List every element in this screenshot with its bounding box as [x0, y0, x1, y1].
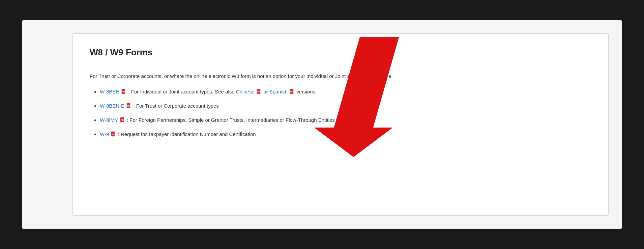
- w8ben-desc: : For Individual or Joint account types.…: [128, 89, 236, 94]
- list-item: W-8BEN-E PDF : For Trust or Corporate ac…: [100, 102, 591, 110]
- svg-text:PDF: PDF: [121, 119, 124, 121]
- w8imy-link[interactable]: W-8IMY: [100, 117, 118, 123]
- pdf-icon-w8ben-e: PDF: [126, 103, 132, 108]
- pdf-icon-w9: PDF: [111, 131, 116, 136]
- content-card: W8 / W9 Forms For Trust or Corporate acc…: [72, 33, 609, 216]
- pdf-icon-spanish: PDF: [290, 88, 295, 94]
- w8imy-desc: : For Foreign Partnerships, Simple or Gr…: [127, 117, 335, 123]
- list-item: W-9 PDF : Request for Taxpayer Identific…: [100, 130, 591, 138]
- svg-text:PDF: PDF: [290, 91, 294, 93]
- versions-text: versions: [296, 89, 315, 94]
- page-wrapper: W8 / W9 Forms For Trust or Corporate acc…: [22, 20, 622, 229]
- svg-text:PDF: PDF: [112, 133, 115, 135]
- page-title: W8 / W9 Forms: [90, 47, 591, 58]
- title-divider: [90, 64, 591, 64]
- pdf-icon-w8ben: PDF: [121, 88, 127, 94]
- w8ben-e-link[interactable]: W-8BEN-E: [100, 103, 124, 109]
- svg-text:PDF: PDF: [127, 105, 130, 107]
- pdf-icon-chinese: PDF: [257, 88, 262, 94]
- list-item: W-8IMY PDF : For Foreign Partnerships, S…: [100, 116, 591, 124]
- w9-desc: : Request for Taxpayer Identification Nu…: [118, 131, 256, 137]
- svg-text:PDF: PDF: [257, 91, 261, 93]
- spanish-link[interactable]: Spanish: [269, 89, 288, 94]
- or-text: or: [263, 89, 269, 94]
- list-item: W-8BEN PDF : For Individual or Joint acc…: [100, 88, 591, 96]
- forms-list: W-8BEN PDF : For Individual or Joint acc…: [90, 88, 591, 138]
- chinese-link[interactable]: Chinese: [236, 89, 255, 94]
- w8ben-e-desc: : For Trust or Corporate account types: [133, 103, 218, 109]
- pdf-icon-w8imy: PDF: [120, 117, 125, 122]
- w8ben-link[interactable]: W-8BEN: [100, 89, 119, 94]
- intro-paragraph: For Trust or Corporate accounts, or wher…: [90, 72, 591, 80]
- svg-text:PDF: PDF: [122, 91, 125, 93]
- w9-link[interactable]: W-9: [100, 131, 109, 137]
